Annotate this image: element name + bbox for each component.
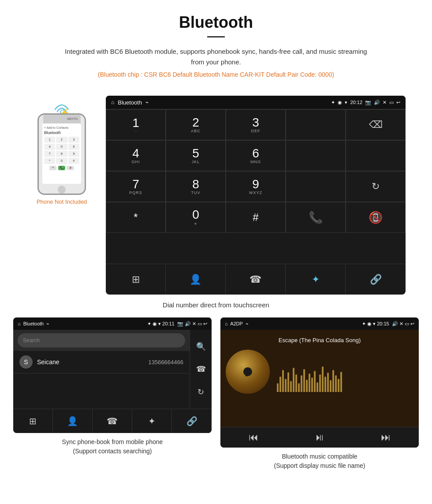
music-screen: ⌂ A2DP ⌁ ✦ ◉ ▾ 20:15 🔊 ✕ ▭ ↩ Escape (The… bbox=[220, 317, 419, 448]
bluetooth-icon[interactable]: ✦ bbox=[286, 264, 346, 295]
statusbar-app-name: Bluetooth bbox=[118, 99, 142, 106]
dial-key-7[interactable]: 7 PQRS bbox=[106, 171, 166, 202]
usb-icon: ⌁ bbox=[145, 99, 149, 105]
pb-search-area: Search S Seicane 13566664466 🔍 ☎ ↻ bbox=[13, 330, 212, 409]
pb-statusbar-left: ⌂ Bluetooth ⌁ bbox=[18, 321, 49, 327]
dial-section: ʘ ⚡ MOTO + Add to Contacts Bluetooth 123… bbox=[0, 91, 432, 297]
music-statusbar-left: ⌂ A2DP ⌁ bbox=[225, 321, 249, 327]
music-song-title: Escape (The Pina Colada Song) bbox=[279, 337, 361, 343]
music-statusbar: ⌂ A2DP ⌁ ✦ ◉ ▾ 20:15 🔊 ✕ ▭ ↩ bbox=[220, 317, 419, 330]
dial-key-hash[interactable]: # bbox=[226, 202, 286, 233]
android-dial-screen: ⌂ Bluetooth ⌁ ✦ ◉ ▾ 20:12 📷 🔊 ✕ ▭ ↩ 1 ·∙ bbox=[106, 96, 406, 295]
refresh-button[interactable]: ↻ bbox=[346, 171, 406, 202]
pb-phone-icon[interactable]: ☎ bbox=[93, 409, 132, 433]
phone-screen: + Add to Contacts Bluetooth 123 456 789 … bbox=[42, 123, 81, 184]
empty-cell-3 bbox=[286, 171, 346, 202]
phone-icon[interactable]: ☎ bbox=[226, 264, 286, 295]
signal-icon: ▾ bbox=[345, 100, 347, 105]
pb-statusbar: ⌂ Bluetooth ⌁ ✦ ◉ ▾ 20:11 📷 🔊 ✕ ▭ ↩ bbox=[13, 317, 212, 330]
phone-not-included-label: Phone Not Included bbox=[37, 198, 87, 205]
camera-icon: 📷 bbox=[365, 100, 371, 105]
pb-contact-row: S Seicane 13566664466 bbox=[13, 351, 190, 373]
dial-key-6[interactable]: 6 MNO bbox=[226, 140, 286, 171]
pb-bluetooth-icon[interactable]: ✦ bbox=[132, 409, 172, 433]
pb-bottom-bar: ⊞ 👤 ☎ ✦ 🔗 bbox=[13, 409, 212, 433]
music-caption: Bluetooth music compatible(Support displ… bbox=[274, 452, 365, 470]
bluetooth-status-icon: ✦ bbox=[331, 100, 335, 105]
pb-link-icon[interactable]: 🔗 bbox=[172, 409, 212, 433]
music-wrap: ⌂ A2DP ⌁ ✦ ◉ ▾ 20:15 🔊 ✕ ▭ ↩ Escape (The… bbox=[220, 317, 419, 470]
search-placeholder: Search bbox=[23, 337, 40, 343]
call-button[interactable]: 📞 bbox=[286, 202, 346, 233]
dial-display-area bbox=[286, 109, 346, 140]
phone-illustration: MOTO + Add to Contacts Bluetooth 123 456… bbox=[37, 113, 86, 195]
music-statusbar-right: ✦ ◉ ▾ 20:15 🔊 ✕ ▭ ↩ bbox=[362, 321, 414, 327]
refresh-icon[interactable]: ↻ bbox=[197, 387, 204, 397]
pb-avatar: S bbox=[19, 355, 33, 369]
header-description: Integrated with BC6 Bluetooth module, su… bbox=[62, 46, 370, 67]
link-icon[interactable]: 🔗 bbox=[346, 264, 406, 295]
music-controls: ⏮ ⏯ ⏭ bbox=[220, 427, 419, 448]
pb-grid-icon[interactable]: ⊞ bbox=[13, 409, 53, 433]
pb-person-icon[interactable]: 👤 bbox=[53, 409, 93, 433]
contacts-icon[interactable]: 👤 bbox=[166, 264, 226, 295]
dial-key-4[interactable]: 4 GHI bbox=[106, 140, 166, 171]
dialpad-bottom-bar: ⊞ 👤 ☎ ✦ 🔗 bbox=[106, 264, 406, 295]
empty-cell-2 bbox=[346, 140, 406, 171]
back-icon: ↩ bbox=[396, 100, 400, 105]
dial-statusbar: ⌂ Bluetooth ⌁ ✦ ◉ ▾ 20:12 📷 🔊 ✕ ▭ ↩ bbox=[106, 96, 406, 109]
pb-search-bar: Search bbox=[13, 330, 190, 351]
eq-bars bbox=[277, 357, 342, 392]
pb-empty-space bbox=[13, 373, 190, 409]
statusbar-left: ⌂ Bluetooth ⌁ bbox=[111, 99, 149, 106]
call-icon[interactable]: ☎ bbox=[196, 364, 206, 374]
dial-key-1[interactable]: 1 ·∙ bbox=[106, 109, 166, 140]
window-icon: ▭ bbox=[389, 100, 394, 105]
statusbar-right: ✦ ◉ ▾ 20:12 📷 🔊 ✕ ▭ ↩ bbox=[331, 100, 400, 105]
location-icon: ◉ bbox=[338, 100, 342, 105]
dial-key-star[interactable]: * bbox=[106, 202, 166, 233]
next-button[interactable]: ⏭ bbox=[375, 432, 397, 443]
dial-key-2[interactable]: 2 ABC bbox=[166, 109, 226, 140]
pb-contact-name: Seicane bbox=[37, 358, 148, 366]
dial-key-9[interactable]: 9 WXYZ bbox=[226, 171, 286, 202]
dial-caption: Dial number direct from touchscreen bbox=[0, 301, 432, 309]
bottom-screens: ⌂ Bluetooth ⌁ ✦ ◉ ▾ 20:11 📷 🔊 ✕ ▭ ↩ Sear… bbox=[0, 317, 432, 479]
home-icon: ⌂ bbox=[111, 99, 114, 105]
dial-key-3[interactable]: 3 DEF bbox=[226, 109, 286, 140]
volume-icon: 🔊 bbox=[374, 100, 380, 105]
header-specs: (Bluetooth chip : CSR BC6 Default Blueto… bbox=[9, 71, 423, 78]
close-icon: ✕ bbox=[383, 100, 387, 105]
dial-key-5[interactable]: 5 JKL bbox=[166, 140, 226, 171]
header-divider bbox=[207, 36, 225, 37]
phonebook-caption: Sync phone-book from mobile phone(Suppor… bbox=[62, 437, 163, 456]
empty-cell-1 bbox=[286, 140, 346, 171]
music-content-area: Escape (The Pina Colada Song) ♪ bbox=[220, 330, 419, 427]
dial-key-8[interactable]: 8 TUV bbox=[166, 171, 226, 202]
time-display: 20:12 bbox=[350, 100, 362, 105]
backspace-button[interactable]: ⌫ bbox=[346, 109, 406, 140]
pb-contact-number: 13566664466 bbox=[148, 359, 183, 366]
page-header: Bluetooth Integrated with BC6 Bluetooth … bbox=[0, 0, 432, 91]
album-art: ♪ bbox=[226, 350, 270, 394]
pb-main-area: Search S Seicane 13566664466 bbox=[13, 330, 190, 409]
dial-key-0[interactable]: 0 + bbox=[166, 202, 226, 233]
pb-right-icons: 🔍 ☎ ↻ bbox=[190, 330, 212, 409]
phonebook-screen: ⌂ Bluetooth ⌁ ✦ ◉ ▾ 20:11 📷 🔊 ✕ ▭ ↩ Sear… bbox=[13, 317, 212, 433]
grid-icon[interactable]: ⊞ bbox=[106, 264, 166, 295]
search-icon[interactable]: 🔍 bbox=[196, 342, 206, 351]
pb-search-input[interactable]: Search bbox=[18, 333, 185, 347]
page-title: Bluetooth bbox=[9, 13, 423, 32]
play-pause-button[interactable]: ⏯ bbox=[309, 432, 331, 443]
pb-statusbar-right: ✦ ◉ ▾ 20:11 📷 🔊 ✕ ▭ ↩ bbox=[147, 321, 207, 327]
prev-button[interactable]: ⏮ bbox=[242, 432, 264, 443]
end-call-button[interactable]: 📵 bbox=[346, 202, 406, 233]
phonebook-wrap: ⌂ Bluetooth ⌁ ✦ ◉ ▾ 20:11 📷 🔊 ✕ ▭ ↩ Sear… bbox=[13, 317, 212, 470]
phone-side: ʘ ⚡ MOTO + Add to Contacts Bluetooth 123… bbox=[26, 96, 97, 205]
dialpad-grid: 1 ·∙ 2 ABC 3 DEF ⌫ 4 GHI 5 JKL bbox=[106, 109, 406, 264]
